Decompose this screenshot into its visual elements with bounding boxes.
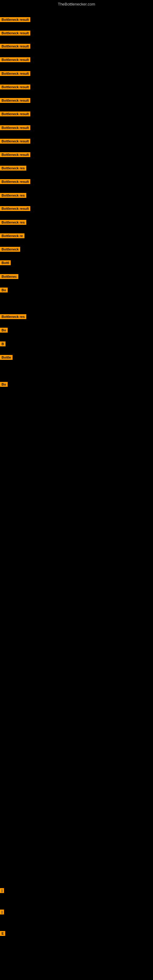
bottleneck-result-badge: Bottlenec: [0, 274, 18, 279]
bottleneck-result-badge: Bottleneck result: [0, 71, 30, 76]
bottleneck-result-badge: Bo: [0, 382, 8, 387]
bottleneck-result-badge: Bottleneck result: [0, 84, 30, 89]
bottleneck-result-badge: Bottleneck res: [0, 193, 26, 198]
bottleneck-result-badge: Bottleneck result: [0, 152, 30, 157]
bottleneck-result-badge: E: [0, 931, 5, 936]
bottleneck-result-badge: |: [0, 888, 4, 893]
bottleneck-result-badge: |: [0, 910, 4, 915]
bottleneck-result-badge: Bottleneck re: [0, 233, 24, 238]
bottleneck-result-badge: Bottleneck res: [0, 314, 26, 319]
bottleneck-result-badge: B: [0, 342, 5, 346]
bottleneck-result-badge: Bo: [0, 328, 8, 332]
bottleneck-result-badge: Bottleneck result: [0, 125, 30, 130]
bottleneck-result-badge: Bottl: [0, 260, 11, 265]
bottleneck-result-badge: Bo: [0, 288, 8, 293]
bottleneck-result-badge: Bottleneck result: [0, 139, 30, 144]
bottleneck-result-badge: Bottleneck res: [0, 166, 26, 170]
bottleneck-result-badge: Bottleneck result: [0, 206, 30, 211]
site-title: TheBottlenecker.com: [0, 0, 153, 8]
bottleneck-result-badge: Bottleneck result: [0, 98, 30, 103]
bottleneck-result-badge: Bottle: [0, 355, 13, 360]
bottleneck-result-badge: Bottleneck result: [0, 179, 30, 184]
bottleneck-result-badge: Bottleneck: [0, 247, 20, 252]
bottleneck-result-badge: Bottleneck result: [0, 111, 30, 116]
bottleneck-result-badge: Bottleneck result: [0, 17, 30, 22]
bottleneck-result-badge: Bottleneck result: [0, 57, 30, 62]
bottleneck-result-badge: Bottleneck result: [0, 44, 30, 49]
bottleneck-result-badge: Bottleneck res: [0, 220, 26, 225]
bottleneck-result-badge: Bottleneck result: [0, 30, 30, 35]
